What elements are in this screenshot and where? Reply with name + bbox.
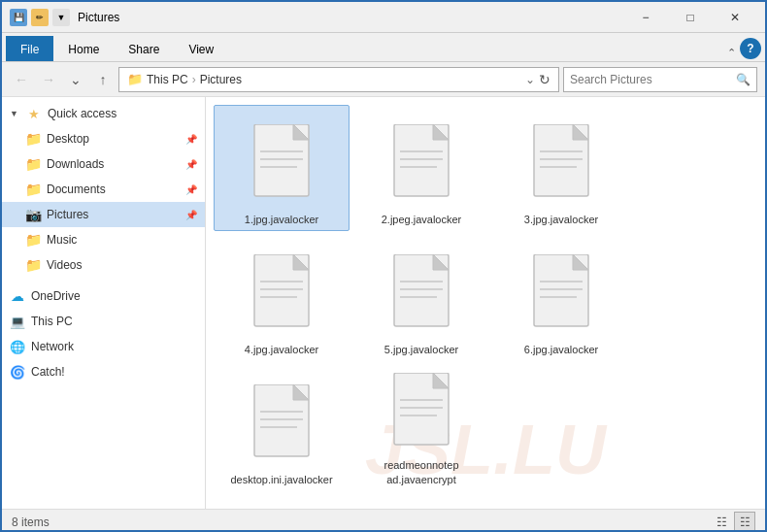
- maximize-button[interactable]: □: [668, 2, 713, 33]
- sidebar-item-pictures[interactable]: 📷 Pictures 📌: [2, 202, 205, 227]
- quick-access-label: Quick access: [48, 107, 117, 120]
- title-bar-quicksave: 💾 ✏ ▼: [10, 9, 70, 26]
- pictures-label: Pictures: [47, 208, 88, 221]
- music-label: Music: [47, 233, 77, 247]
- file-icon-wrap: [522, 251, 600, 339]
- file-item-7[interactable]: readmeonnotep ad.javaencrypt: [353, 365, 489, 491]
- onedrive-icon: ☁: [10, 288, 25, 304]
- thispc-label: This PC: [31, 315, 73, 328]
- network-icon: 🌐: [10, 339, 25, 354]
- up-button[interactable]: ↑: [91, 68, 115, 91]
- address-bar: ← → ⌄ ↑ 📁 This PC › Pictures ⌄ ↻ 🔍: [2, 62, 765, 97]
- sidebar-quick-access[interactable]: ▼ ★ Quick access: [2, 101, 205, 126]
- qs-icon1[interactable]: 💾: [10, 9, 27, 26]
- sidebar-item-documents[interactable]: 📁 Documents 📌: [2, 177, 205, 202]
- address-path[interactable]: 📁 This PC › Pictures ⌄ ↻: [118, 67, 559, 92]
- close-button[interactable]: ✕: [713, 2, 757, 33]
- minimize-button[interactable]: −: [623, 2, 668, 33]
- file-label: desktop.ini.javalocker: [230, 473, 332, 486]
- sidebar: ▼ ★ Quick access 📁 Desktop 📌 📁 Downloads…: [2, 97, 206, 509]
- sidebar-item-downloads[interactable]: 📁 Downloads 📌: [2, 151, 205, 177]
- file-icon-wrap: [243, 251, 320, 339]
- sidebar-item-catch[interactable]: 🌀 Catch!: [2, 359, 205, 384]
- documents-label: Documents: [47, 183, 106, 196]
- videos-label: Videos: [47, 258, 82, 272]
- file-grid: JSL.LU 1.jpg.javalocker2.jpeg.javalocker…: [206, 97, 765, 509]
- file-item-6[interactable]: desktop.ini.javalocker: [214, 365, 350, 491]
- catch-label: Catch!: [31, 365, 65, 379]
- file-label: readmeonnotep ad.javaencrypt: [384, 458, 458, 486]
- help-button[interactable]: ?: [740, 38, 761, 59]
- pictures-folder-icon: 📷: [25, 207, 41, 222]
- path-dropdown-icon[interactable]: ⌄: [525, 73, 535, 86]
- file-label: 6.jpg.javalocker: [524, 343, 598, 356]
- file-item-3[interactable]: 4.jpg.javalocker: [214, 235, 350, 361]
- list-view-button[interactable]: ☷: [711, 512, 732, 533]
- file-item-1[interactable]: 2.jpeg.javalocker: [353, 105, 489, 231]
- status-bar: 8 items ☷ ☷: [2, 509, 765, 532]
- file-icon-wrap: [383, 121, 460, 209]
- file-icon-wrap: [243, 382, 320, 469]
- title-bar-title: Pictures: [78, 11, 623, 24]
- sidebar-item-network[interactable]: 🌐 Network: [2, 334, 205, 359]
- path-folder-icon: 📁: [127, 72, 143, 86]
- sidebar-item-videos[interactable]: 📁 Videos: [2, 252, 205, 278]
- file-label: 1.jpg.javalocker: [245, 213, 318, 226]
- file-icon-wrap: [243, 121, 320, 209]
- ribbon-tabs: File Home Share View ⌃ ?: [2, 33, 765, 62]
- file-label: 2.jpeg.javalocker: [382, 213, 462, 226]
- path-pictures: Pictures: [200, 73, 242, 86]
- documents-folder-icon: 📁: [25, 182, 41, 197]
- refresh-button[interactable]: ↻: [539, 72, 550, 87]
- catch-icon: 🌀: [10, 364, 25, 380]
- tab-view[interactable]: View: [174, 36, 228, 61]
- dropdown-nav-button[interactable]: ⌄: [64, 68, 87, 91]
- search-icon[interactable]: 🔍: [736, 73, 750, 86]
- forward-button[interactable]: →: [37, 68, 60, 91]
- view-buttons: ☷ ☷: [711, 512, 755, 533]
- search-box: 🔍: [563, 67, 757, 92]
- tab-file[interactable]: File: [6, 36, 53, 61]
- downloads-label: Downloads: [47, 157, 104, 171]
- ribbon-collapse-icon[interactable]: ⌃: [727, 47, 736, 59]
- main-layout: ▼ ★ Quick access 📁 Desktop 📌 📁 Downloads…: [2, 97, 765, 509]
- expand-arrow-icon: ▼: [10, 109, 18, 118]
- title-bar: 💾 ✏ ▼ Pictures − □ ✕: [2, 2, 765, 33]
- file-item-4[interactable]: 5.jpg.javalocker: [353, 235, 489, 361]
- tab-home[interactable]: Home: [53, 36, 114, 61]
- file-icon-wrap: [383, 251, 460, 339]
- file-item-0[interactable]: 1.jpg.javalocker: [214, 105, 350, 231]
- file-icon-wrap: [383, 373, 460, 454]
- pictures-pin-icon: 📌: [185, 210, 197, 220]
- path-thispc: This PC: [147, 73, 188, 86]
- videos-folder-icon: 📁: [25, 257, 41, 273]
- downloads-pin-icon: 📌: [185, 159, 197, 170]
- search-input[interactable]: [570, 73, 736, 86]
- desktop-pin-icon: 📌: [185, 134, 197, 145]
- file-icon-wrap: [522, 121, 600, 209]
- qs-icon2[interactable]: ✏: [31, 9, 49, 26]
- item-count: 8 items: [12, 515, 50, 529]
- tab-share[interactable]: Share: [114, 36, 174, 61]
- large-icon-view-button[interactable]: ☷: [734, 512, 755, 533]
- sidebar-item-onedrive[interactable]: ☁ OneDrive: [2, 283, 205, 309]
- file-item-5[interactable]: 6.jpg.javalocker: [493, 235, 629, 361]
- file-item-2[interactable]: 3.jpg.javalocker: [493, 105, 629, 231]
- file-label: 3.jpg.javalocker: [524, 213, 598, 226]
- file-label: 5.jpg.javalocker: [384, 343, 458, 356]
- file-label: 4.jpg.javalocker: [245, 343, 318, 356]
- quick-access-star-icon: ★: [26, 106, 42, 121]
- qs-icon3[interactable]: ▼: [52, 9, 70, 26]
- back-button[interactable]: ←: [10, 68, 33, 91]
- desktop-label: Desktop: [47, 132, 89, 146]
- music-folder-icon: 📁: [25, 232, 41, 248]
- onedrive-label: OneDrive: [31, 289, 81, 303]
- thispc-icon: 💻: [10, 314, 25, 329]
- sidebar-item-thispc[interactable]: 💻 This PC: [2, 309, 205, 334]
- desktop-folder-icon: 📁: [25, 131, 41, 147]
- sidebar-item-music[interactable]: 📁 Music: [2, 227, 205, 252]
- network-label: Network: [31, 340, 74, 353]
- sidebar-item-desktop[interactable]: 📁 Desktop 📌: [2, 126, 205, 151]
- path-sep1: ›: [192, 73, 196, 86]
- title-bar-controls: − □ ✕: [623, 2, 757, 33]
